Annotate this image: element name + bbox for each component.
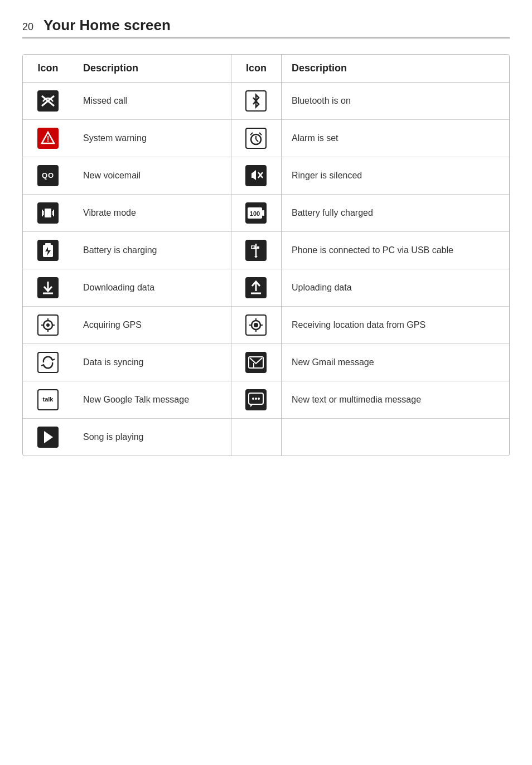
icon-table-wrapper: Icon Description Icon Description Missed… [22,54,510,456]
left-description: System warning [73,120,231,157]
system-warning-icon: ! [23,120,73,157]
sms-icon [231,381,281,419]
svg-text:100: 100 [250,210,260,217]
table-header-row: Icon Description Icon Description [23,55,509,83]
missed-call-icon [23,83,73,120]
battery-charging-icon [23,232,73,269]
gps-acquiring-icon [23,307,73,344]
table-row: Downloading data Uploading data [23,269,509,307]
left-description: Acquiring GPS [73,307,231,344]
table-row: ! System warning Alarm is set [23,120,509,157]
svg-rect-22 [45,243,51,245]
page-title: Your Home screen [43,17,171,34]
right-description: Ringer is silenced [281,157,509,195]
svg-rect-14 [42,210,43,216]
left-description: Battery is charging [73,232,231,269]
download-icon [23,269,73,307]
svg-rect-27 [257,246,259,249]
left-description: Song is playing [73,419,231,456]
right-description: Bluetooth is on [281,83,509,120]
svg-rect-16 [43,211,45,215]
svg-line-7 [250,133,253,135]
col-icon1-header: Icon [23,55,73,83]
right-description: New text or multimedia message [281,381,509,419]
svg-rect-19 [262,210,264,216]
right-description: Battery fully charged [281,195,509,232]
svg-rect-13 [45,209,51,217]
col-desc1-header: Description [73,55,231,83]
vibrate-icon [23,195,73,232]
svg-marker-51 [250,405,253,407]
left-description: Missed call [73,83,231,120]
alarm-icon [231,120,281,157]
left-description: New Google Talk message [73,381,231,419]
empty-icon-cell [231,419,281,456]
table-row: Acquiring GPS Receiving location data fr… [23,307,509,344]
play-icon [23,419,73,456]
left-description: Data is syncing [73,344,231,381]
svg-line-8 [259,133,262,135]
table-row: talk New Google Talk message New text or… [23,381,509,419]
left-description: New voicemail [73,157,231,195]
right-description: Phone is connected to PC via USB cable [281,232,509,269]
svg-rect-10 [252,173,254,178]
col-icon2-header: Icon [231,55,281,83]
svg-rect-26 [252,246,255,249]
left-description: Downloading data [73,269,231,307]
right-description: Alarm is set [281,120,509,157]
page-number: 20 [22,21,33,33]
svg-marker-52 [44,431,53,443]
gmail-icon [231,344,281,381]
gps-receiving-icon [231,307,281,344]
table-row: QO New voicemail Ringer is silenced [23,157,509,195]
col-desc2-header: Description [281,55,509,83]
right-description: Receiving location data from GPS [281,307,509,344]
sync-icon [23,344,73,381]
svg-point-40 [254,323,258,327]
svg-point-48 [252,398,254,400]
svg-point-49 [255,398,257,400]
svg-point-34 [46,323,50,327]
svg-marker-28 [254,256,258,258]
voicemail-icon: QO [23,157,73,195]
table-row: Data is syncing New Gmail message [23,344,509,381]
svg-line-6 [256,139,258,142]
bluetooth-icon [231,83,281,120]
usb-icon [231,232,281,269]
right-description: Uploading data [281,269,509,307]
right-description [281,419,509,456]
svg-text:!: ! [47,134,50,143]
google-talk-icon: talk [23,381,73,419]
svg-point-50 [258,398,260,400]
table-row: Missed call Bluetooth is on [23,83,509,120]
table-row: Battery is charging Phone is connected t… [23,232,509,269]
table-row: Song is playing [23,419,509,456]
left-description: Vibrate mode [73,195,231,232]
upload-icon [231,269,281,307]
svg-rect-17 [52,211,53,215]
svg-rect-15 [53,210,54,216]
right-description: New Gmail message [281,344,509,381]
ringer-silenced-icon [231,157,281,195]
battery-full-icon: 100 [231,195,281,232]
table-row: Vibrate mode 100 Battery fully charged [23,195,509,232]
page-header: 20 Your Home screen [22,17,510,38]
icon-table: Icon Description Icon Description Missed… [23,55,509,456]
